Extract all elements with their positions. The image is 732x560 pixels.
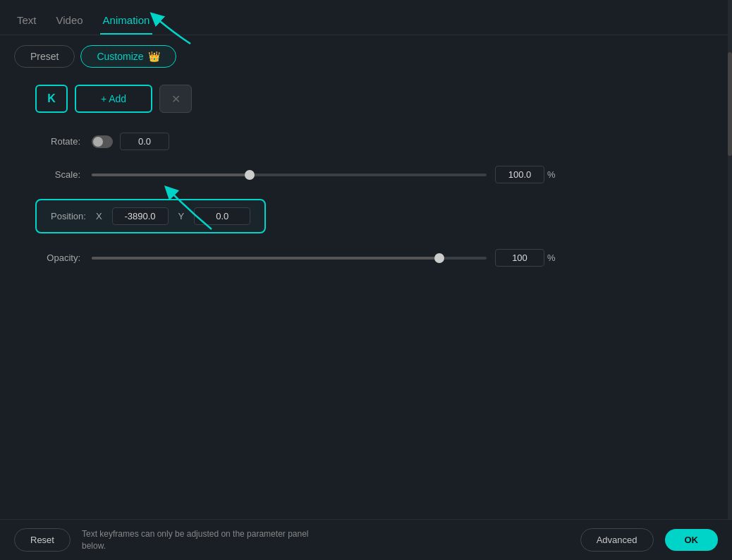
bottom-bar: Reset Text keyframes can only be adjuste… xyxy=(0,519,732,560)
scale-slider-thumb[interactable] xyxy=(245,170,255,180)
tab-text[interactable]: Text xyxy=(14,8,39,35)
tab-animation[interactable]: Animation xyxy=(100,8,153,35)
rotate-row: Rotate: 0.0 xyxy=(21,133,711,150)
scale-row: Scale: 100.0 % xyxy=(21,166,711,183)
position-y-value[interactable]: 0.0 xyxy=(194,207,250,225)
position-box: Position: X -3890.0 Y 0.0 xyxy=(35,199,266,233)
rotate-label: Rotate: xyxy=(35,136,92,147)
rotate-value[interactable]: 0.0 xyxy=(120,133,169,150)
customize-label: Customize xyxy=(97,51,143,62)
tab-video[interactable]: Video xyxy=(54,8,86,35)
opacity-value[interactable]: 100 xyxy=(495,249,544,267)
main-content: K + Add ✕ Rotate: 0.0 Scale: 100.0 % Pos… xyxy=(0,78,732,296)
position-x-label: X xyxy=(96,211,102,221)
keyframe-delete-button[interactable]: ✕ xyxy=(159,85,192,113)
opacity-label: Opacity: xyxy=(35,252,92,263)
tab-bar: Text Video Animation xyxy=(0,0,732,35)
sub-tab-customize[interactable]: Customize 👑 xyxy=(80,45,176,68)
keyframe-controls: K + Add ✕ xyxy=(35,85,711,113)
bottom-notice: Text keyframes can only be adjusted on t… xyxy=(82,528,569,552)
scale-percent: % xyxy=(547,169,556,180)
position-row: Position: X -3890.0 Y 0.0 xyxy=(21,199,711,233)
scrollbar-track xyxy=(728,0,732,519)
opacity-slider-thumb[interactable] xyxy=(434,253,444,263)
sub-tab-preset[interactable]: Preset xyxy=(14,45,75,68)
scale-label: Scale: xyxy=(35,169,92,180)
opacity-percent: % xyxy=(547,252,556,263)
scale-value[interactable]: 100.0 xyxy=(495,166,544,183)
opacity-slider[interactable] xyxy=(92,257,487,260)
position-x-value[interactable]: -3890.0 xyxy=(112,207,169,225)
scrollbar-thumb[interactable] xyxy=(728,52,732,156)
position-y-label: Y xyxy=(178,211,185,221)
rotate-toggle[interactable] xyxy=(92,135,113,148)
keyframe-add-button[interactable]: + Add xyxy=(75,85,152,113)
advanced-button[interactable]: Advanced xyxy=(580,528,654,552)
sub-tab-bar: Preset Customize 👑 xyxy=(0,35,732,78)
reset-button[interactable]: Reset xyxy=(14,528,71,552)
position-label: Position: xyxy=(51,211,86,221)
crown-icon: 👑 xyxy=(148,51,160,62)
keyframe-k-button[interactable]: K xyxy=(35,85,68,113)
opacity-row: Opacity: 100 % xyxy=(21,249,711,267)
ok-button[interactable]: OK xyxy=(665,529,719,551)
scale-slider[interactable] xyxy=(92,174,487,176)
